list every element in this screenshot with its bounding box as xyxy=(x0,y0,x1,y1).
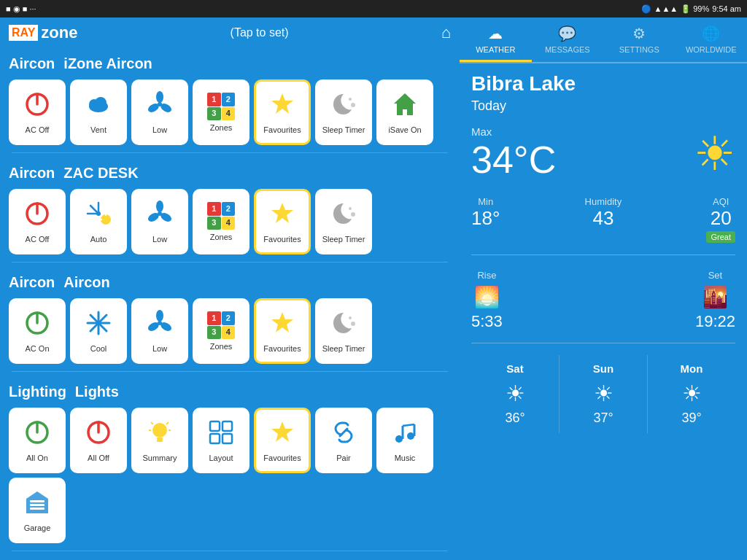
btn-garage-l1[interactable]: Garage xyxy=(9,478,66,543)
forecast-sun-temp: 37° xyxy=(562,411,644,426)
btn-music-l1[interactable]: Music xyxy=(376,408,433,473)
label-ac-on-3: AC On xyxy=(25,344,49,353)
label-music-l1: Music xyxy=(395,454,416,462)
sun-set-label: Set xyxy=(695,270,735,281)
stat-humidity-value: 43 xyxy=(585,207,622,230)
btn-cool-3[interactable]: Cool xyxy=(70,298,127,364)
icon-all-off-l1 xyxy=(85,419,112,451)
status-left-icons: ■ ◉ ■ ··· xyxy=(6,4,36,14)
btn-fav-3[interactable]: Favourites xyxy=(254,298,311,364)
sun-rise-time: 5:33 xyxy=(471,312,503,331)
btn-ac-on-3[interactable]: AC On xyxy=(9,298,66,364)
settings-tab-label: SETTINGS xyxy=(619,45,659,54)
btn-ac-off-2[interactable]: AC Off xyxy=(9,189,66,254)
icon-sleep-2 xyxy=(330,200,357,232)
stat-humidity-label: Humidity xyxy=(585,196,622,207)
stat-aqi-value: 20 xyxy=(706,207,735,230)
btn-pair-l1[interactable]: Pair xyxy=(315,408,372,473)
label-sleep-1: Sleep Timer xyxy=(322,125,365,134)
label-fav-1: Favourites xyxy=(263,125,301,134)
btn-layout-l1[interactable]: Layout xyxy=(193,408,249,473)
btn-low-3[interactable]: Low xyxy=(131,298,188,364)
forecast-sat-icon: ☀ xyxy=(474,381,556,406)
btn-isave-1[interactable]: iSave On xyxy=(376,79,433,145)
btn-sleep-1[interactable]: Sleep Timer xyxy=(315,79,372,145)
icon-isave-1 xyxy=(391,90,419,122)
btn-all-on-l1[interactable]: All On xyxy=(9,408,66,473)
tab-worldwide[interactable]: 🌐 WORLDWIDE xyxy=(676,18,748,62)
svg-point-11 xyxy=(351,103,355,107)
btn-sleep-3[interactable]: Sleep Timer xyxy=(315,298,372,364)
label-fav-3: Favourites xyxy=(263,344,301,353)
section-lighting2: Lighting (type name here) All On All Off… xyxy=(0,556,460,560)
weather-max-label: Max xyxy=(471,125,556,138)
svg-point-37 xyxy=(156,310,163,322)
btn-zones-3[interactable]: 1 2 3 4 Zones xyxy=(193,298,249,364)
tab-weather[interactable]: ☁ WEATHER xyxy=(460,18,532,62)
label-vent-1: Vent xyxy=(90,125,107,134)
tab-messages[interactable]: 💬 MESSAGES xyxy=(532,18,604,62)
svg-rect-57 xyxy=(222,434,232,443)
btn-auto-2[interactable]: Auto xyxy=(70,189,127,254)
btn-all-off-l1[interactable]: All Off xyxy=(70,408,127,473)
svg-rect-66 xyxy=(30,500,44,502)
icon-summary-l1 xyxy=(146,419,174,451)
forecast-mon-name: Mon xyxy=(651,362,732,375)
btn-low-1[interactable]: Low xyxy=(131,79,188,145)
btn-ac-off-1[interactable]: AC Off xyxy=(9,79,66,145)
btn-zones-1[interactable]: 1 2 3 4 Zones xyxy=(193,79,249,145)
svg-marker-40 xyxy=(271,312,293,332)
svg-point-6 xyxy=(156,91,163,103)
label-garage-l1: Garage xyxy=(24,524,51,532)
label-sleep-2: Sleep Timer xyxy=(322,235,365,244)
icon-ac-off-1 xyxy=(23,90,51,122)
sun-set-icon: 🌇 xyxy=(695,285,735,309)
label-isave-1: iSave On xyxy=(388,125,421,134)
weather-city: Bibra Lake xyxy=(471,72,735,96)
forecast-mon-icon: ☀ xyxy=(651,381,732,406)
home-icon[interactable]: ⌂ xyxy=(441,23,451,42)
label-all-off-l1: All Off xyxy=(88,454,109,462)
label-layout-l1: Layout xyxy=(209,454,233,462)
sun-rise-icon: 🌅 xyxy=(471,285,503,309)
btn-zones-2[interactable]: 1 2 3 4 Zones xyxy=(193,189,249,254)
section-divider xyxy=(12,371,448,372)
btn-sleep-2[interactable]: Sleep Timer xyxy=(315,189,372,254)
label-zones-1: Zones xyxy=(210,123,233,132)
forecast-mon: Mon ☀ 39° xyxy=(648,355,735,433)
btn-vent-1[interactable]: Vent xyxy=(70,79,127,145)
forecast-sat-temp: 36° xyxy=(474,411,556,426)
label-ac-off-2: AC Off xyxy=(26,235,50,244)
icon-zones-3: 1 2 3 4 xyxy=(207,311,235,339)
icon-all-on-l1 xyxy=(23,419,51,451)
forecast-sun: Sun ☀ 37° xyxy=(560,355,648,433)
svg-point-4 xyxy=(95,97,107,109)
tap-to-set-label[interactable]: (Tap to set) xyxy=(231,26,289,39)
section-sub-title-lighting1: Lights xyxy=(75,384,119,400)
tab-settings[interactable]: ⚙ SETTINGS xyxy=(603,18,676,62)
messages-tab-label: MESSAGES xyxy=(545,45,590,54)
btn-low-2[interactable]: Low xyxy=(131,189,188,254)
section-main-title-lighting1: Lighting xyxy=(9,384,66,400)
label-zones-3: Zones xyxy=(210,342,233,351)
btn-fav-1[interactable]: Favourites xyxy=(254,79,311,145)
svg-marker-9 xyxy=(271,93,293,114)
logo-ray: RAY xyxy=(9,25,38,41)
weather-sun: Rise 🌅 5:33 Set 🌇 19:22 xyxy=(471,270,735,343)
app-header: RAY zone (Tap to set) ⌂ xyxy=(0,18,460,48)
btn-grid-lighting1: All On All Off Summary Layout Favourites… xyxy=(6,405,454,549)
forecast-sat: Sat ☀ 36° xyxy=(471,355,560,433)
svg-point-10 xyxy=(349,98,352,101)
btn-fav-l1[interactable]: Favourites xyxy=(254,408,311,473)
icon-ac-on-3 xyxy=(23,309,51,341)
section-sub-title-aircon3: Aircon xyxy=(63,274,109,291)
btn-summary-l1[interactable]: Summary xyxy=(131,408,188,473)
btn-fav-2[interactable]: Favourites xyxy=(254,189,311,254)
section-lighting1: Lighting Lights All On All Off Summary L… xyxy=(0,376,460,556)
worldwide-tab-icon: 🌐 xyxy=(702,25,720,42)
forecast-sat-name: Sat xyxy=(474,362,556,375)
section-header-lighting1: Lighting Lights xyxy=(6,379,454,405)
right-panel: ☁ WEATHER 💬 MESSAGES ⚙ SETTINGS 🌐 WORLDW… xyxy=(460,18,747,560)
icon-zones-2: 1 2 3 4 xyxy=(207,202,235,230)
stat-humidity: Humidity 43 xyxy=(585,196,622,243)
